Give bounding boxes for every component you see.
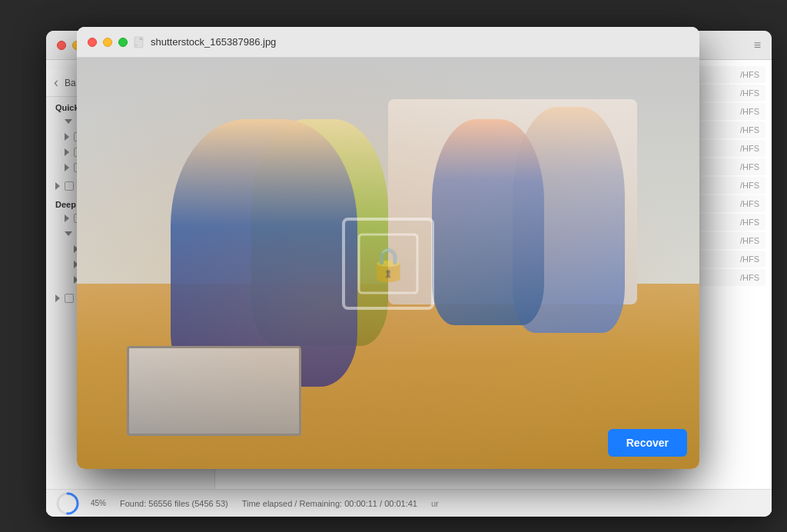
image-preview-area: 🔒 Recover [77,58,699,469]
file-type-icon: × [134,36,146,48]
recover-button[interactable]: Recover [608,429,687,457]
modal-maximize-button[interactable] [118,38,128,47]
breadcrumb: Ba [65,78,76,88]
menu-icon[interactable]: ≡ [754,38,761,52]
photo-tablet [127,346,301,437]
modal-close-button[interactable] [88,38,97,47]
modal-minimize-button[interactable] [103,38,112,47]
expand-icon [65,231,72,236]
modal-preview-window: × shutterstock_165387986.jpg 🔒 Recover [77,27,699,469]
photo-person [432,119,544,325]
progress-percent: 45% [91,499,106,507]
back-button[interactable]: ‹ [54,75,58,91]
expand-icon [55,182,60,190]
svg-text:🔒: 🔒 [368,245,409,284]
watermark-overlay: 🔒 [342,218,434,310]
item-checkbox[interactable] [65,294,74,303]
modal-title: × shutterstock_165387986.jpg [134,36,276,48]
expand-icon [65,214,69,222]
expand-icon [65,164,69,171]
cancel-text[interactable]: ur [431,499,439,508]
modal-titlebar: × shutterstock_165387986.jpg [77,27,699,58]
expand-icon [65,119,72,124]
expand-icon [65,133,69,141]
time-text: Time elapsed / Remaining: 00:00:11 / 00:… [242,499,417,508]
bg-status-bar: 45% Found: 56556 files (5456 53) Time el… [46,489,772,517]
item-checkbox[interactable] [65,181,74,191]
expand-icon [55,294,60,302]
watermark-icon: 🔒 [357,233,419,294]
close-button[interactable] [57,41,66,50]
expand-icon [65,148,69,156]
status-text: Found: 56556 files (5456 53) [120,499,228,508]
progress-ring [55,491,80,516]
